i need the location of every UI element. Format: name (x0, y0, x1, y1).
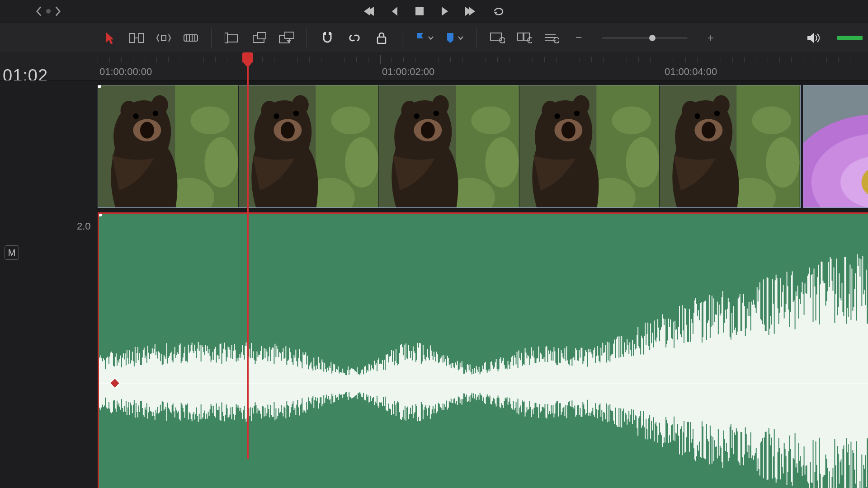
zoom-custom-button[interactable] (544, 30, 559, 46)
svg-point-50 (434, 111, 439, 116)
svg-point-59 (561, 122, 576, 138)
audio-waveform (99, 214, 868, 488)
volume-icon[interactable] (806, 30, 821, 46)
svg-rect-14 (518, 33, 523, 40)
playhead-cap-icon[interactable] (242, 52, 253, 62)
bee-thumbnail-icon (803, 85, 868, 208)
svg-rect-4 (184, 35, 198, 41)
svg-rect-1 (130, 33, 134, 42)
bear-thumbnail-icon (379, 85, 519, 208)
blade-tool-button[interactable] (183, 30, 198, 46)
clip-handle-icon[interactable] (98, 85, 101, 88)
svg-point-60 (554, 113, 560, 119)
svg-point-54 (626, 137, 659, 188)
video-track[interactable]: bear-3400641_1920.jpg bee-56180 (98, 85, 868, 208)
svg-point-72 (714, 111, 720, 116)
stop-button[interactable] (415, 6, 425, 16)
audio-clip[interactable] (98, 212, 868, 488)
svg-point-37 (280, 122, 294, 138)
ruler-tick-label: 01:00:00:00 (99, 66, 152, 78)
svg-rect-0 (415, 7, 424, 15)
timeline-ruler[interactable]: 01:00:00:0001:00:02:0001:00:04:00 (98, 52, 868, 80)
volume-meter (837, 36, 863, 40)
overwrite-clip-button[interactable] (251, 30, 267, 46)
zoom-slider-thumb[interactable] (649, 35, 656, 41)
replace-clip-button[interactable] (278, 30, 294, 46)
svg-point-31 (331, 106, 370, 134)
play-button[interactable] (440, 6, 449, 17)
selection-tool-button[interactable] (102, 30, 117, 46)
svg-rect-5 (226, 35, 237, 42)
svg-point-32 (345, 137, 378, 188)
svg-point-49 (414, 113, 420, 119)
svg-rect-10 (285, 32, 294, 38)
loop-button[interactable] (492, 6, 506, 17)
svg-point-42 (472, 106, 511, 134)
step-back-button[interactable] (390, 6, 399, 17)
track-headers: 2.0 M (0, 80, 98, 488)
audio-track[interactable] (98, 212, 868, 488)
zoom-slider[interactable] (602, 37, 688, 39)
svg-rect-3 (161, 35, 166, 41)
bear-thumbnail-icon (98, 85, 239, 208)
svg-point-20 (190, 106, 230, 134)
svg-rect-11 (377, 37, 386, 43)
flag-dropdown[interactable] (415, 32, 434, 44)
video-clip[interactable]: bear-3400641_1920.jpg (98, 85, 801, 208)
bear-thumbnail-icon (660, 85, 800, 208)
snap-button[interactable] (320, 30, 335, 46)
svg-point-28 (153, 111, 158, 116)
video-clip[interactable]: bee-56180 (803, 85, 868, 208)
svg-rect-8 (258, 33, 266, 39)
audio-midline (99, 383, 868, 384)
svg-point-61 (574, 111, 580, 116)
zoom-out-button[interactable]: − (571, 30, 586, 46)
timeline-toolbar: − + (0, 23, 868, 52)
svg-point-27 (133, 113, 138, 119)
mute-button-label: M (8, 248, 16, 258)
svg-point-70 (702, 122, 716, 138)
go-start-button[interactable] (362, 6, 375, 17)
bear-thumbnail-icon (519, 85, 660, 208)
svg-point-43 (485, 137, 519, 188)
toolbar-separator (307, 28, 307, 48)
playhead[interactable] (247, 52, 249, 459)
svg-point-53 (612, 106, 651, 134)
svg-point-65 (766, 137, 800, 188)
insert-clip-button[interactable] (224, 30, 240, 46)
svg-point-39 (293, 111, 298, 116)
toolbar-separator (211, 28, 212, 48)
history-dot-icon (46, 9, 51, 14)
history-back-button[interactable] (35, 6, 42, 16)
toolbar-separator (476, 28, 477, 48)
mute-button[interactable]: M (5, 245, 19, 260)
toolbar-separator (402, 28, 402, 48)
ruler-tick-label: 01:00:02:00 (382, 66, 434, 78)
bear-thumbnail-icon (239, 85, 379, 208)
svg-point-71 (695, 113, 700, 119)
audio-gain-label: 2.0 (77, 221, 91, 232)
zoom-detail-button[interactable] (517, 30, 532, 46)
svg-point-38 (274, 113, 279, 119)
svg-rect-2 (139, 33, 143, 42)
svg-point-21 (204, 137, 238, 188)
dynamic-trim-button[interactable] (156, 30, 171, 46)
trim-tool-button[interactable] (129, 30, 144, 46)
svg-rect-15 (524, 33, 529, 40)
svg-point-64 (752, 106, 792, 134)
go-end-button[interactable] (464, 6, 477, 17)
svg-point-26 (140, 122, 154, 138)
history-forward-button[interactable] (54, 6, 61, 16)
zoom-full-button[interactable] (490, 30, 505, 46)
marker-dropdown[interactable] (446, 32, 464, 44)
link-button[interactable] (347, 30, 362, 46)
ruler-tick-label: 01:00:04:00 (665, 66, 717, 78)
lock-button[interactable] (374, 30, 389, 46)
svg-point-48 (421, 122, 435, 138)
zoom-in-button[interactable]: + (703, 30, 718, 46)
svg-rect-6 (225, 33, 227, 43)
